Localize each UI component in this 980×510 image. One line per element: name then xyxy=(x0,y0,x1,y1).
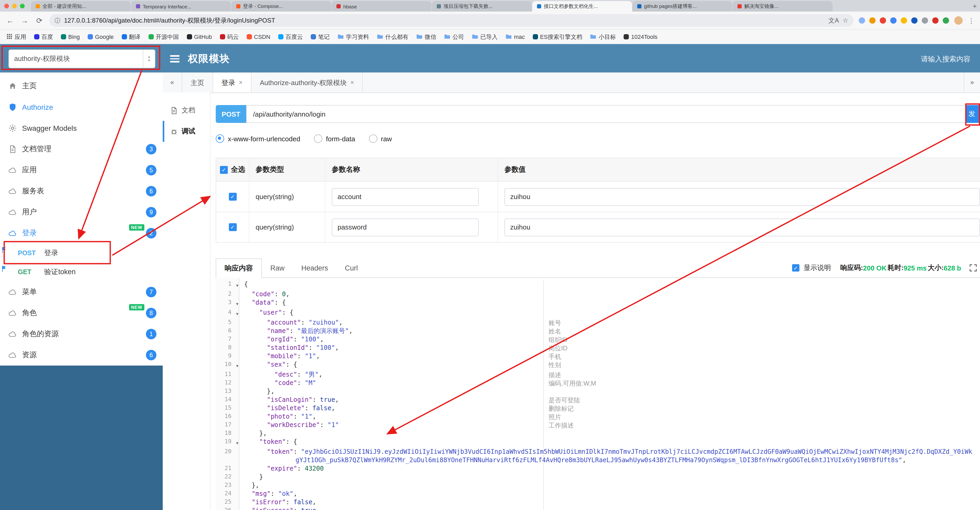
tabs-collapse-button[interactable]: « xyxy=(163,72,182,92)
bookmark-item[interactable]: CSDN xyxy=(247,33,270,40)
sidebar-item-主页[interactable]: 主页 xyxy=(0,76,163,97)
fullscreen-icon[interactable] xyxy=(969,264,977,271)
bookmark-item[interactable]: Bing xyxy=(61,33,80,40)
extension-icon[interactable] xyxy=(880,18,886,24)
browser-tab[interactable]: 项目压缩包下载失败... xyxy=(432,1,532,11)
param-name-input[interactable] xyxy=(332,218,479,236)
bookmark-item[interactable]: 开源中国 xyxy=(148,33,179,41)
close-tab-icon[interactable]: × xyxy=(350,73,354,92)
sidebar-endpoint-post[interactable]: POST登录 xyxy=(0,244,163,263)
sidebar-item-资源[interactable]: 资源6 xyxy=(0,344,163,365)
bookmark-item[interactable]: 学习资料 xyxy=(337,33,369,41)
request-url-input[interactable]: /api/authority/anno/login xyxy=(246,105,967,123)
content-type-option[interactable]: form-data xyxy=(314,134,355,143)
close-window-icon[interactable] xyxy=(4,3,9,8)
extension-icon[interactable] xyxy=(911,18,918,24)
rail-item-文档[interactable]: 文档 xyxy=(163,100,210,121)
close-tab-icon[interactable]: × xyxy=(239,73,242,92)
fold-icon[interactable]: ▼ xyxy=(234,438,241,448)
bookmark-item[interactable]: 翻译 xyxy=(121,33,140,41)
sidebar-item-登录[interactable]: 登录NEW2 xyxy=(0,223,163,244)
hamburger-icon[interactable] xyxy=(170,56,180,62)
sidebar-item-Swagger Models[interactable]: Swagger Models xyxy=(0,118,163,139)
browser-tab[interactable]: Temporary Interface... xyxy=(131,1,231,11)
response-tab-Raw[interactable]: Raw xyxy=(262,259,293,277)
project-select[interactable]: authority-权限模块 ▲▼ xyxy=(8,49,155,68)
fold-icon[interactable]: ▼ xyxy=(234,308,241,318)
browser-tab[interactable]: github pages搭建博客... xyxy=(633,1,732,11)
row-checkbox[interactable]: ✓ xyxy=(229,193,237,201)
translate-icon[interactable]: 文A xyxy=(828,16,839,25)
content-tab[interactable]: 登录× xyxy=(213,72,251,92)
sidebar-item-菜单[interactable]: 菜单7 xyxy=(0,282,163,303)
show-desc-checkbox[interactable]: ✓ xyxy=(792,264,799,271)
bookmark-item[interactable]: GitHub xyxy=(187,33,212,40)
extension-icon[interactable] xyxy=(943,18,949,24)
content-tab[interactable]: Authorize-authority-权限模块× xyxy=(251,72,363,92)
page-info-icon[interactable]: ⓘ xyxy=(54,16,60,24)
sidebar-item-Authorize[interactable]: Authorize xyxy=(0,97,163,118)
browser-tab[interactable]: 解决淘宝镜像... xyxy=(733,1,832,11)
sidebar-item-服务表[interactable]: 服务表6 xyxy=(0,181,163,202)
fold-icon[interactable]: ▼ xyxy=(234,298,241,308)
bookmark-item[interactable]: 什么都有 xyxy=(377,33,408,41)
tabs-expand-button[interactable]: » xyxy=(964,72,980,92)
bookmark-item[interactable]: 公司 xyxy=(444,33,464,41)
new-tab-button[interactable]: + xyxy=(969,1,980,11)
browser-tab[interactable]: 登录 - Compose... xyxy=(231,1,331,11)
bookmark-item[interactable]: Google xyxy=(88,33,114,40)
sidebar-item-用户[interactable]: 用户9 xyxy=(0,202,163,223)
bookmark-item[interactable]: 应用 xyxy=(6,33,26,41)
bookmark-star-icon[interactable]: ☆ xyxy=(843,17,848,24)
profile-avatar[interactable] xyxy=(954,16,963,25)
sidebar-item-文档管理[interactable]: 文档管理3 xyxy=(0,139,163,160)
reload-icon[interactable]: ⟳ xyxy=(35,16,44,25)
bookmark-item[interactable]: 百度云 xyxy=(278,33,303,41)
rail-item-调试[interactable]: 调试 xyxy=(163,121,210,142)
fold-icon[interactable]: ▼ xyxy=(234,280,241,290)
response-tab-响应内容[interactable]: 响应内容 xyxy=(216,258,262,278)
window-controls[interactable] xyxy=(4,0,31,11)
extension-icon[interactable] xyxy=(932,18,939,24)
minimize-window-icon[interactable] xyxy=(12,3,17,8)
sidebar-endpoint-get[interactable]: GET验证token xyxy=(0,263,163,282)
param-name-input[interactable] xyxy=(332,188,479,206)
response-tab-Headers[interactable]: Headers xyxy=(293,259,336,277)
param-value-input[interactable] xyxy=(504,188,980,206)
bookmark-item[interactable]: 笔记 xyxy=(311,33,329,41)
select-all-checkbox[interactable]: ✓ xyxy=(220,166,228,174)
header-search-input[interactable] xyxy=(901,54,972,63)
response-tab-Curl[interactable]: Curl xyxy=(336,259,366,277)
bookmark-item[interactable]: 1024Tools xyxy=(624,33,657,40)
extension-icon[interactable] xyxy=(922,18,928,24)
zoom-window-icon[interactable] xyxy=(20,3,25,8)
browser-menu-icon[interactable]: ⋮ xyxy=(968,16,975,24)
fold-icon[interactable]: ▼ xyxy=(234,360,241,370)
sidebar-item-应用[interactable]: 应用5 xyxy=(0,160,163,181)
row-checkbox[interactable]: ✓ xyxy=(229,223,237,231)
forward-icon[interactable]: → xyxy=(20,16,29,25)
bookmark-item[interactable]: 小目标 xyxy=(590,33,616,41)
bookmark-item[interactable]: ES搜索引擎文档 xyxy=(533,33,582,41)
extension-icon[interactable] xyxy=(890,18,897,24)
bookmark-item[interactable]: 百度 xyxy=(34,33,53,41)
bookmark-item[interactable]: 微信 xyxy=(416,33,436,41)
content-type-option[interactable]: raw xyxy=(369,134,392,143)
bookmark-item[interactable]: 已导入 xyxy=(472,33,498,41)
extension-icon[interactable] xyxy=(901,18,907,24)
content-tab[interactable]: 主页 xyxy=(182,72,213,92)
browser-tab[interactable]: 接口文档参数文档化生... xyxy=(532,1,632,11)
send-button[interactable]: 发 xyxy=(966,105,980,123)
browser-tab[interactable]: 全部 - 建议使用知... xyxy=(31,1,131,11)
sidebar-item-角色的资源[interactable]: 角色的资源1 xyxy=(0,324,163,344)
bookmark-item[interactable]: 码云 xyxy=(220,33,239,41)
content-type-option[interactable]: x-www-form-urlencoded xyxy=(216,134,300,143)
sidebar-item-角色[interactable]: 角色NEW8 xyxy=(0,303,163,324)
browser-tab[interactable]: hbase xyxy=(332,1,431,11)
param-value-input[interactable] xyxy=(504,218,980,236)
bookmark-item[interactable]: mac xyxy=(506,33,525,40)
address-bar[interactable]: ⓘ 127.0.0.1:8760/api/gate/doc.html#/auth… xyxy=(49,14,853,27)
back-icon[interactable]: ← xyxy=(5,16,15,25)
extension-icon[interactable] xyxy=(859,18,865,24)
extension-icon[interactable] xyxy=(869,18,875,24)
